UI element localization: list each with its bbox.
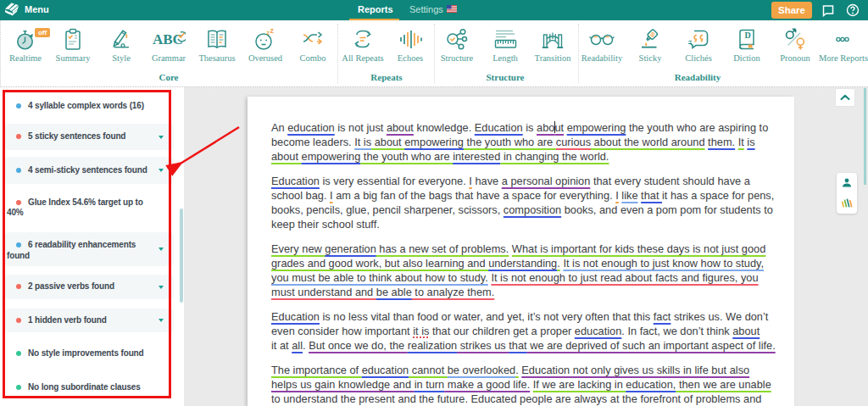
svg-text:z: z [270, 28, 275, 35]
svg-text:D: D [745, 31, 751, 40]
